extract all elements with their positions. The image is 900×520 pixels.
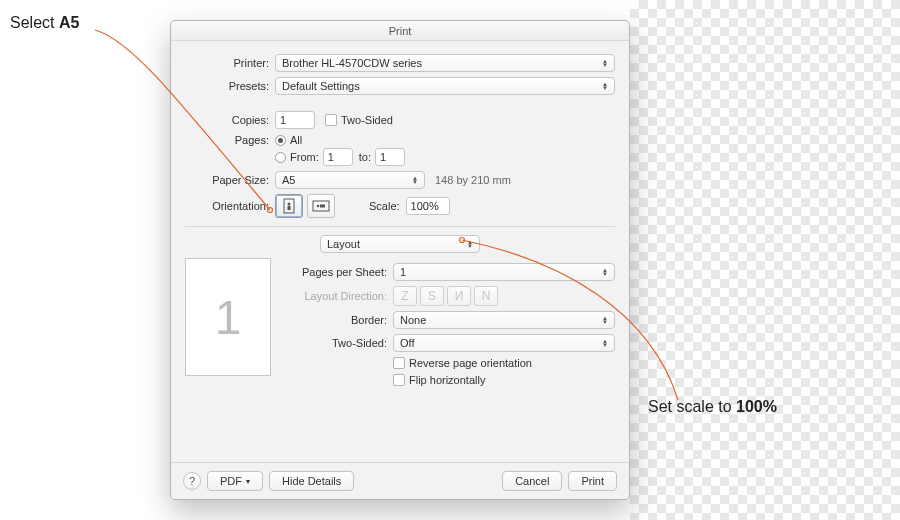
reverse-orientation-label: Reverse page orientation [409, 357, 532, 369]
updown-icon: ▲▼ [600, 316, 610, 324]
page-preview: 1 [185, 258, 271, 376]
updown-icon: ▲▼ [465, 240, 475, 248]
chevron-down-icon: ▾ [246, 477, 250, 486]
landscape-icon [312, 199, 330, 213]
pages-all-label: All [290, 134, 302, 146]
copies-label: Copies: [185, 114, 275, 126]
pages-from-label: From: [290, 151, 319, 163]
svg-rect-7 [320, 205, 325, 208]
border-label: Border: [283, 314, 393, 326]
layout-direction-2[interactable]: S [420, 286, 444, 306]
svg-point-3 [288, 203, 291, 206]
flip-horizontally-label: Flip horizontally [409, 374, 485, 386]
portrait-icon [282, 198, 296, 214]
layout-direction-4[interactable]: N [474, 286, 498, 306]
pdf-menu-button[interactable]: PDF▾ [207, 471, 263, 491]
transparency-background [630, 0, 900, 520]
orientation-label: Orientation: [185, 200, 275, 212]
pages-per-sheet-label: Pages per Sheet: [283, 266, 393, 278]
orientation-landscape-button[interactable] [307, 194, 335, 218]
cancel-button[interactable]: Cancel [502, 471, 562, 491]
window-title: Print [171, 21, 629, 41]
annotation-select-a5: Select A5 [10, 14, 79, 32]
section-select[interactable]: Layout ▲▼ [320, 235, 480, 253]
copies-input[interactable]: 1 [275, 111, 315, 129]
dialog-footer: ? PDF▾ Hide Details Cancel Print [171, 462, 629, 499]
presets-select[interactable]: Default Settings ▲▼ [275, 77, 615, 95]
scale-label: Scale: [369, 200, 400, 212]
flip-horizontally-checkbox[interactable] [393, 374, 405, 386]
updown-icon: ▲▼ [600, 82, 610, 90]
two-sided-select[interactable]: Off ▲▼ [393, 334, 615, 352]
pages-label: Pages: [185, 134, 275, 146]
orientation-portrait-button[interactable] [275, 194, 303, 218]
print-dialog: Print Printer: Brother HL-4570CDW series… [170, 20, 630, 500]
layout-direction-3[interactable]: И [447, 286, 471, 306]
svg-point-6 [317, 205, 320, 208]
two-sided-label: Two-Sided [341, 114, 393, 126]
updown-icon: ▲▼ [410, 176, 420, 184]
scale-input[interactable]: 100% [406, 197, 450, 215]
pages-per-sheet-select[interactable]: 1 ▲▼ [393, 263, 615, 281]
presets-label: Presets: [185, 80, 275, 92]
reverse-orientation-checkbox[interactable] [393, 357, 405, 369]
paper-size-dimensions: 148 by 210 mm [435, 174, 511, 186]
pages-all-radio[interactable] [275, 135, 286, 146]
layout-direction-1[interactable]: Z [393, 286, 417, 306]
two-sided-select-label: Two-Sided: [283, 337, 393, 349]
pages-from-input[interactable]: 1 [323, 148, 353, 166]
layout-direction-label: Layout Direction: [283, 290, 393, 302]
updown-icon: ▲▼ [600, 339, 610, 347]
printer-select[interactable]: Brother HL-4570CDW series ▲▼ [275, 54, 615, 72]
annotation-set-scale: Set scale to 100% [648, 398, 777, 416]
paper-size-select[interactable]: A5 ▲▼ [275, 171, 425, 189]
help-button[interactable]: ? [183, 472, 201, 490]
updown-icon: ▲▼ [600, 59, 610, 67]
pages-from-radio[interactable] [275, 152, 286, 163]
svg-rect-4 [288, 206, 291, 210]
pages-to-input[interactable]: 1 [375, 148, 405, 166]
printer-label: Printer: [185, 57, 275, 69]
pages-to-label: to: [359, 151, 371, 163]
hide-details-button[interactable]: Hide Details [269, 471, 354, 491]
updown-icon: ▲▼ [600, 268, 610, 276]
border-select[interactable]: None ▲▼ [393, 311, 615, 329]
two-sided-checkbox[interactable] [325, 114, 337, 126]
paper-size-label: Paper Size: [185, 174, 275, 186]
print-button[interactable]: Print [568, 471, 617, 491]
